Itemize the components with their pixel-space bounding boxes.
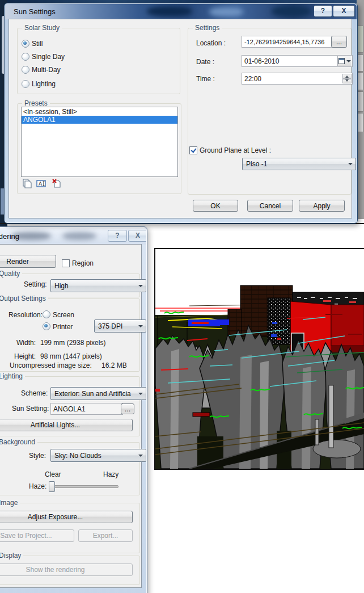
sun-settings-dialog: Sun Settings ? X Solar Study Still Singl… (4, 3, 358, 224)
solar-study-multi-day-radio[interactable] (22, 66, 29, 74)
sun-setting-field[interactable]: ANGOLA1 (50, 403, 123, 415)
rendering-dialog-title: Rendering (0, 232, 19, 241)
image-group-label: Image (0, 499, 20, 507)
height-label: Height: (0, 352, 36, 360)
show-rendering-button[interactable]: Show the rendering (0, 563, 133, 576)
duplicate-preset-icon[interactable] (22, 178, 33, 189)
haze-slider-handle[interactable] (49, 481, 55, 492)
quality-setting-value: High (54, 282, 69, 290)
sun-setting-label: Sun Setting: (12, 405, 49, 413)
ground-plane-level-combo[interactable]: Piso -1 (242, 158, 356, 170)
render-button[interactable]: Render (0, 255, 56, 268)
solar-study-lighting-radio[interactable] (22, 80, 29, 88)
background-button-fragment (357, 26, 363, 53)
date-field[interactable]: 01-06-2010 (242, 55, 353, 67)
quality-setting-combo[interactable]: High (50, 279, 146, 292)
background-group-label: Background (0, 438, 37, 446)
close-button[interactable]: X (333, 5, 355, 17)
scene-glass-wall (268, 298, 290, 344)
location-label: Location : (196, 39, 226, 47)
rendering-viewport[interactable] (154, 248, 364, 470)
solar-study-single-day-radio[interactable] (22, 53, 29, 61)
solar-study-multi-day-label: Multi-Day (32, 66, 61, 74)
rendering-titlebar[interactable]: Rendering ? X (0, 228, 146, 245)
calendar-dropdown-button[interactable] (337, 56, 352, 66)
adjust-exposure-button[interactable]: Adjust Exposure... (0, 511, 133, 523)
chevron-down-icon (138, 285, 143, 289)
date-label: Date : (196, 58, 214, 66)
resolution-printer-label: Printer (53, 323, 73, 331)
delete-preset-icon[interactable] (51, 178, 62, 189)
time-field[interactable]: 22:00 (242, 73, 353, 85)
viewport-3d-scene (155, 249, 364, 469)
artificial-lights-button[interactable]: Artificial Lights... (0, 419, 133, 431)
rename-preset-icon[interactable]: A (36, 178, 48, 189)
solar-study-lighting-label: Lighting (32, 80, 56, 88)
spinner-up-icon[interactable] (342, 74, 352, 79)
time-value: 22:00 (244, 75, 261, 83)
chevron-down-icon (138, 393, 143, 397)
solar-study-group-label: Solar Study (22, 24, 62, 32)
sun-settings-dialog-title: Sun Settings (14, 7, 56, 16)
image-size-value: 16.2 MB (101, 361, 127, 369)
haze-slider-track[interactable] (49, 485, 118, 488)
chevron-down-icon (346, 60, 351, 65)
help-button[interactable]: ? (108, 230, 127, 242)
ground-plane-checkbox[interactable] (189, 146, 197, 154)
region-label: Region (72, 259, 94, 267)
background-button-fragment (357, 113, 363, 132)
region-checkbox[interactable] (62, 259, 70, 267)
style-combo[interactable]: Sky: No Clouds (50, 449, 146, 462)
preset-list-item[interactable]: <In-session, Still> (22, 108, 177, 116)
presets-listbox[interactable]: <In-session, Still> ANGOLA1 (21, 107, 178, 177)
solar-study-still-radio[interactable] (22, 40, 29, 48)
chevron-down-icon (348, 163, 353, 167)
chevron-down-icon (138, 325, 143, 330)
time-spinner[interactable] (342, 74, 352, 83)
export-button[interactable]: Export... (78, 529, 133, 542)
scheme-label: Scheme: (21, 389, 48, 397)
time-label: Time : (196, 75, 215, 83)
hazy-label: Hazy (103, 470, 118, 478)
clear-label: Clear (45, 470, 61, 478)
save-to-project-button[interactable]: Save to Project... (0, 529, 74, 542)
apply-button[interactable]: Apply (299, 200, 345, 212)
quality-setting-label: Setting: (24, 280, 47, 288)
svg-text:A: A (39, 181, 43, 187)
quality-group-label: Quality (0, 270, 22, 277)
scheme-combo[interactable]: Exterior: Sun and Artificia (50, 387, 146, 400)
scheme-value: Exterior: Sun and Artificia (54, 390, 131, 398)
date-value: 01-06-2010 (244, 57, 279, 65)
help-button[interactable]: ? (314, 5, 332, 17)
solar-study-still-label: Still (32, 40, 43, 48)
ground-plane-level-value: Piso -1 (246, 160, 267, 168)
preset-list-item-selected[interactable]: ANGOLA1 (22, 116, 177, 124)
cancel-button[interactable]: Cancel (247, 200, 293, 212)
background-button-fragment (357, 91, 363, 112)
sun-settings-client-area: Solar Study Still Single Day Multi-Day L… (9, 19, 352, 218)
dpi-combo[interactable]: 375 DPI (94, 319, 146, 333)
location-value: -12,7629194259644,15,7736 (244, 39, 324, 45)
haze-label: Haze: (29, 482, 46, 490)
screenshot-root: { "colors": { "dialog_bg": "#f0f0f0", "t… (0, 0, 364, 593)
sun-settings-titlebar[interactable]: Sun Settings ? X (5, 4, 357, 19)
location-field[interactable]: -12,7629194259644,15,7736 (242, 36, 334, 48)
close-button[interactable]: X (128, 230, 146, 242)
rendering-client-area: Render Region Quality Setting: High Outp… (0, 244, 142, 588)
style-label: Style: (29, 452, 46, 460)
output-settings-group-label: Output Settings (0, 295, 48, 302)
presets-group-label: Presets (22, 99, 50, 107)
style-value: Sky: No Clouds (54, 452, 101, 460)
spinner-down-icon[interactable] (342, 79, 352, 84)
width-value: 199 mm (2938 pixels) (40, 339, 105, 347)
image-size-label: Uncompressed image size: (10, 361, 92, 369)
resolution-screen-radio[interactable] (43, 310, 50, 318)
height-value: 98 mm (1447 pixels) (40, 352, 102, 360)
sun-setting-browse-button[interactable]: ... (121, 403, 134, 414)
location-browse-button[interactable]: ... (331, 36, 347, 48)
background-button-fragment (357, 54, 363, 72)
solar-study-single-day-label: Single Day (32, 53, 65, 61)
background-button-fragment (357, 73, 363, 90)
ok-button[interactable]: OK (193, 200, 238, 212)
resolution-printer-radio[interactable] (43, 322, 50, 330)
